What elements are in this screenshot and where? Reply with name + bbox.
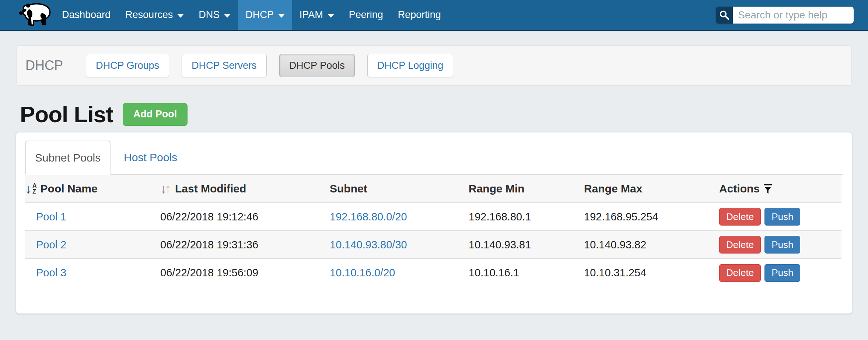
- section-button-dhcp-pools[interactable]: DHCP Pools: [279, 54, 355, 77]
- caret-down-icon: [177, 14, 184, 18]
- delete-button[interactable]: Delete: [719, 264, 761, 282]
- column-label: Last Modified: [175, 183, 246, 195]
- pool-name-link[interactable]: Pool 2: [25, 239, 66, 251]
- nav-item-dns[interactable]: DNS: [191, 0, 238, 30]
- page-title: Pool List: [20, 101, 113, 127]
- range-max-cell: 192.168.95.254: [584, 203, 719, 231]
- searchbar: [716, 7, 854, 24]
- page: DashboardResourcesDNSDHCPIPAMPeeringRepo…: [0, 0, 868, 340]
- add-pool-button[interactable]: Add Pool: [123, 103, 188, 126]
- tab-host-pools[interactable]: Host Pools: [111, 141, 190, 174]
- column-header-range-max[interactable]: Range Max: [584, 175, 719, 203]
- column-header-actions: Actions: [719, 175, 841, 203]
- nav-item-label: Resources: [125, 9, 173, 21]
- search-icon: [719, 10, 729, 20]
- column-header-last-modified[interactable]: ↓↑ Last Modified: [160, 175, 330, 203]
- range-min-cell: 10.140.93.81: [469, 231, 584, 259]
- nav-item-dhcp[interactable]: DHCP: [238, 0, 292, 30]
- main-content: DHCP DHCP GroupsDHCP ServersDHCP PoolsDH…: [0, 45, 868, 314]
- column-header-pool-name[interactable]: ↓ AZ Pool Name: [25, 175, 160, 203]
- range-max-cell: 10.140.93.82: [584, 231, 719, 259]
- push-button[interactable]: Push: [764, 236, 800, 254]
- section-button-dhcp-servers[interactable]: DHCP Servers: [182, 54, 267, 77]
- pool-table: ↓ AZ Pool Name ↓↑ Last Mo: [25, 175, 841, 287]
- sort-updown-icon[interactable]: ↓↑: [160, 182, 171, 195]
- sort-alpha-asc-icon[interactable]: ↓ AZ: [25, 182, 37, 195]
- filter-icon[interactable]: [763, 183, 772, 194]
- actions-cell: DeletePush: [719, 231, 841, 259]
- column-label: Range Max: [584, 183, 642, 195]
- actions-cell: DeletePush: [719, 203, 841, 231]
- nav-item-label: DNS: [199, 9, 220, 21]
- section-title: DHCP: [25, 58, 63, 73]
- nav-item-label: Reporting: [398, 9, 441, 21]
- subnet-link[interactable]: 192.168.80.0/20: [330, 211, 407, 223]
- subnet-link[interactable]: 10.140.93.80/30: [330, 239, 407, 251]
- nav-item-peering[interactable]: Peering: [342, 0, 391, 30]
- search-button[interactable]: [716, 7, 733, 24]
- dhcp-section-nav: DHCP DHCP GroupsDHCP ServersDHCP PoolsDH…: [16, 45, 852, 86]
- title-row: Pool List Add Pool: [20, 101, 852, 127]
- delete-button[interactable]: Delete: [719, 236, 761, 254]
- actions-cell: DeletePush: [719, 259, 841, 287]
- nav-item-resources[interactable]: Resources: [118, 0, 191, 30]
- caret-down-icon: [328, 14, 334, 18]
- nav-item-ipam[interactable]: IPAM: [292, 0, 342, 30]
- nav-item-label: Dashboard: [62, 9, 111, 21]
- range-max-cell: 10.10.31.254: [584, 259, 719, 287]
- nav-item-label: IPAM: [300, 9, 323, 21]
- pool-list-card: Subnet PoolsHost Pools ↓ AZ: [16, 132, 852, 314]
- push-button[interactable]: Push: [764, 208, 800, 226]
- column-header-subnet[interactable]: Subnet: [330, 175, 469, 203]
- column-label: Range Min: [469, 183, 525, 195]
- last-modified-cell: 06/22/2018 19:56:09: [160, 259, 330, 287]
- last-modified-cell: 06/22/2018 19:31:36: [160, 231, 330, 259]
- column-label: Pool Name: [41, 183, 98, 195]
- section-button-dhcp-groups[interactable]: DHCP Groups: [86, 54, 169, 77]
- caret-down-icon: [224, 14, 231, 18]
- section-button-dhcp-logging[interactable]: DHCP Logging: [367, 54, 454, 77]
- navbar: DashboardResourcesDNSDHCPIPAMPeeringRepo…: [0, 0, 868, 31]
- tab-subnet-pools[interactable]: Subnet Pools: [25, 141, 111, 175]
- caret-down-icon: [278, 14, 285, 18]
- panda-logo[interactable]: [16, 3, 52, 28]
- nav-menu: DashboardResourcesDNSDHCPIPAMPeeringRepo…: [55, 0, 448, 30]
- table-row: Pool 206/22/2018 19:31:3610.140.93.80/30…: [25, 231, 841, 259]
- range-min-cell: 192.168.80.1: [469, 203, 584, 231]
- table-row: Pool 306/22/2018 19:56:0910.10.16.0/2010…: [25, 259, 841, 287]
- tabs: Subnet PoolsHost Pools: [25, 141, 843, 175]
- nav-item-label: DHCP: [245, 9, 274, 21]
- search-input[interactable]: [733, 7, 854, 24]
- subnet-link[interactable]: 10.10.16.0/20: [330, 267, 395, 279]
- range-min-cell: 10.10.16.1: [469, 259, 584, 287]
- nav-item-reporting[interactable]: Reporting: [391, 0, 448, 30]
- column-label: Actions: [719, 183, 760, 195]
- delete-button[interactable]: Delete: [719, 208, 761, 226]
- nav-item-dashboard[interactable]: Dashboard: [55, 0, 118, 30]
- table-header-row: ↓ AZ Pool Name ↓↑ Last Mo: [25, 175, 841, 203]
- section-buttons: DHCP GroupsDHCP ServersDHCP PoolsDHCP Lo…: [86, 54, 466, 77]
- last-modified-cell: 06/22/2018 19:12:46: [160, 203, 330, 231]
- table-row: Pool 106/22/2018 19:12:46192.168.80.0/20…: [25, 203, 841, 231]
- column-header-range-min[interactable]: Range Min: [469, 175, 584, 203]
- nav-item-label: Peering: [349, 9, 383, 21]
- pool-table-body: Pool 106/22/2018 19:12:46192.168.80.0/20…: [25, 203, 841, 287]
- push-button[interactable]: Push: [764, 264, 800, 282]
- pool-name-link[interactable]: Pool 1: [25, 211, 66, 223]
- column-label: Subnet: [330, 183, 367, 195]
- pool-name-link[interactable]: Pool 3: [25, 267, 66, 279]
